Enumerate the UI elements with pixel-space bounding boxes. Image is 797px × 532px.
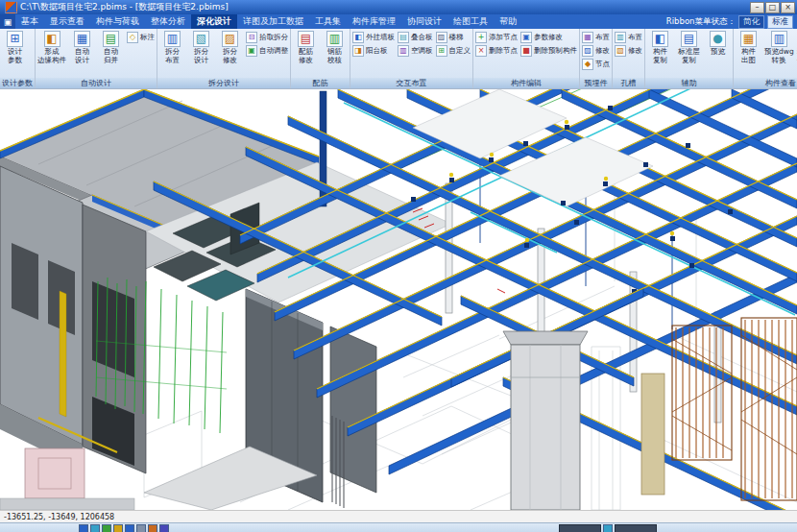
tab-drawing-tools[interactable]: 绘图工具 [447, 14, 494, 29]
auto-merge-button[interactable]: ▤自动归并 [97, 31, 125, 64]
split-design-button[interactable]: ▧拆分设计 [187, 31, 215, 64]
split-layout-button[interactable]: ▥拆分布置 [158, 31, 186, 64]
balcony-slab-button[interactable]: ◨阳台板 [351, 44, 396, 57]
delete-precast-button[interactable]: ■删除预制构件 [519, 44, 578, 57]
embed-modify-button[interactable]: ▨修改 [581, 44, 611, 57]
ribbon-group-content: ◧外挂墙板◨阳台板▤叠合板▥空调板▨楼梯⊞自定义 [350, 29, 472, 78]
composite-slab-button[interactable]: ▤叠合板 [397, 31, 434, 43]
standard-floor-copy-button[interactable]: ▤标准层复制 [675, 31, 703, 64]
tab-basic[interactable]: 基本 [15, 14, 44, 29]
titlebar: C:\T\数据项目住宅2.pbims - [数据项目住宅2.pbims] –□× [0, 0, 797, 14]
preview-button[interactable]: ●预览 [704, 31, 732, 57]
embed-node-icon: ◆ [582, 59, 593, 70]
status-icons [79, 524, 169, 532]
ribbon-menu-state: Ribbon菜单状态：简化标准 [666, 14, 797, 29]
tab-component-library[interactable]: 构件库管理 [347, 14, 401, 29]
button-label: 修改 [299, 57, 313, 65]
split-modify-button[interactable]: ▨拆分修改 [216, 31, 244, 64]
embed-layout-button[interactable]: ▦布置 [581, 31, 611, 43]
status-toggle-icon[interactable] [90, 524, 100, 532]
rebar-modify-button[interactable]: ▤配筋修改 [292, 31, 320, 64]
delete-node-button[interactable]: ×删除节点 [474, 44, 519, 57]
status-toggle-icon[interactable] [125, 524, 134, 532]
annotate-button[interactable]: ◇标注 [126, 31, 156, 43]
auto-design-button[interactable]: ▦自动设计 [68, 31, 96, 64]
annotate-icon: ◇ [127, 32, 138, 43]
ribbon-group-design-params: ⊞设计参数设计参数 [0, 29, 36, 88]
button-label: 修改 [595, 46, 610, 56]
button-label: 修改 [223, 57, 237, 65]
standard-floor-copy-icon: ▤ [681, 31, 697, 47]
button-label: 布置 [628, 33, 642, 42]
ribbon: ⊞设计参数设计参数◧形成边缘构件▦自动设计▤自动归并◇标注自动设计▥拆分布置▧拆… [0, 29, 797, 89]
close-button[interactable]: × [781, 2, 795, 13]
status-field-2[interactable] [615, 524, 657, 532]
button-label: 参数 [8, 57, 22, 65]
status-toggle-icon[interactable] [148, 524, 157, 532]
tab-global-analysis[interactable]: 整体分析 [145, 14, 191, 29]
button-label: 阳台板 [366, 46, 388, 56]
tab-detail-drawings[interactable]: 详图及加工数据 [237, 14, 309, 29]
slot-layout-button[interactable]: ▥布置 [614, 31, 643, 43]
embed-node-button[interactable]: ◆节点 [581, 58, 611, 70]
minimize-button[interactable]: – [750, 2, 764, 13]
status-toggle-icon[interactable] [79, 524, 88, 532]
dwg-convert-button[interactable]: ▥预览dwg转换 [763, 31, 795, 64]
ribbon-state-option-simplified[interactable]: 简化 [738, 15, 764, 29]
ribbon-group-assist: ◧构件复制▤标准层复制●预览辅助 [645, 29, 734, 88]
split-design-icon: ▧ [193, 31, 209, 47]
edge-member-icon: ◧ [44, 31, 60, 47]
tab-help[interactable]: 帮助 [494, 14, 522, 29]
tab-members-loads[interactable]: 构件与荷载 [90, 14, 145, 29]
status-toggle-icon[interactable] [136, 524, 146, 532]
custom-button[interactable]: ⊞自定义 [435, 44, 472, 57]
ribbon-group-label: 辅助 [645, 78, 733, 88]
param-modify-button[interactable]: ▣参数修改 [519, 31, 578, 43]
maximize-button[interactable]: □ [765, 2, 780, 13]
balcony-slab-icon: ◨ [352, 45, 364, 57]
ribbon-button-stack: +添加节点×删除节点 [474, 31, 519, 57]
pick-split-button[interactable]: ⊟拾取拆分 [245, 31, 289, 43]
member-drawing-button[interactable]: ▦构件出图 [735, 31, 762, 64]
button-label: 拾取拆分 [259, 33, 288, 42]
ribbon-state-option-standard[interactable]: 标准 [767, 15, 793, 29]
slot-modify-button[interactable]: ▧修改 [614, 44, 643, 57]
ribbon-button-stack: ◇标注 [126, 31, 156, 43]
model-viewport[interactable] [0, 89, 797, 510]
status-toggle-icon[interactable] [113, 524, 123, 532]
status-toggle-icon[interactable] [102, 524, 111, 532]
status-toggle-icon[interactable] [159, 524, 169, 532]
cladding-panel-button[interactable]: ◧外挂墙板 [351, 31, 396, 43]
ribbon-group-auto-design: ◧形成边缘构件▦自动设计▤自动归并◇标注自动设计 [36, 29, 157, 88]
ac-slab-button[interactable]: ▥空调板 [397, 44, 434, 57]
app-menu-button[interactable]: ▣ [0, 14, 15, 29]
form-edge-members-button[interactable]: ◧形成边缘构件 [36, 31, 67, 64]
window-buttons: –□× [750, 2, 795, 13]
button-label: 归并 [104, 57, 118, 65]
view-mode-icon[interactable] [603, 524, 613, 532]
button-label: 参数修改 [534, 33, 563, 42]
beige-panel [641, 374, 664, 495]
rebar-modify-icon: ▤ [298, 31, 314, 47]
rebar-check-button[interactable]: ▥钢筋校核 [321, 31, 349, 64]
tab-collaboration[interactable]: 协同设计 [401, 14, 447, 29]
split-modify-icon: ▨ [222, 31, 238, 47]
ribbon-group-rebar: ▤配筋修改▥钢筋校核配筋 [291, 29, 350, 88]
tab-toolset[interactable]: 工具集 [309, 14, 347, 29]
stair-button[interactable]: ▨楼梯 [435, 31, 472, 43]
button-label: 复制 [653, 57, 667, 65]
button-label: 删除节点 [489, 46, 518, 56]
design-params-button[interactable]: ⊞设计参数 [1, 31, 29, 64]
tab-detail-design[interactable]: 深化设计 [191, 14, 237, 29]
ribbon-group-label: 交互布置 [350, 78, 472, 88]
member-copy-button[interactable]: ◧构件复制 [646, 31, 674, 64]
ribbon-state-label: Ribbon菜单状态： [666, 16, 736, 28]
member-copy-icon: ◧ [652, 31, 668, 47]
add-node-button[interactable]: +添加节点 [474, 31, 519, 43]
ribbon-button-stack: ◧外挂墙板◨阳台板 [351, 31, 396, 57]
tab-display-view[interactable]: 显示查看 [44, 14, 90, 29]
auto-adjust-button[interactable]: ▣自动调整 [245, 44, 289, 57]
slot-modify-icon: ▧ [615, 45, 626, 57]
status-field-1[interactable] [559, 524, 601, 532]
button-label: 楼梯 [449, 33, 464, 42]
